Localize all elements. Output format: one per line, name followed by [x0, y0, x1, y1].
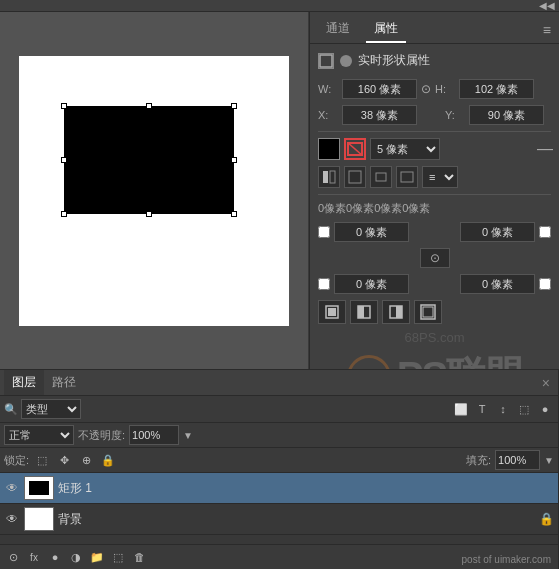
- right-panel: 通道 属性 ≡ 实时形状属性 W: ⊙ H:: [309, 12, 559, 369]
- handle-bm[interactable]: [146, 211, 152, 217]
- handle-mr[interactable]: [231, 157, 237, 163]
- layer-icon-smart[interactable]: ●: [536, 400, 554, 418]
- properties-content: 实时形状属性 W: ⊙ H: X: Y:: [310, 44, 559, 369]
- align-btn-2[interactable]: [344, 166, 366, 188]
- h-input[interactable]: [459, 79, 534, 99]
- corner-input-2[interactable]: [460, 222, 535, 242]
- corner-input-4[interactable]: [460, 274, 535, 294]
- layer-thumb-bg-white: [25, 508, 53, 530]
- align-btn-4[interactable]: [396, 166, 418, 188]
- layer-name-bg: 背景: [58, 511, 535, 528]
- wh-row: W: ⊙ H:: [318, 79, 551, 99]
- x-input[interactable]: [342, 105, 417, 125]
- layer-icon-adjust[interactable]: ↕: [494, 400, 512, 418]
- canvas-black-rect[interactable]: [64, 106, 234, 214]
- delete-layer-btn[interactable]: 🗑: [130, 548, 148, 566]
- layers-options-row: 正常 不透明度: ▼: [0, 423, 558, 448]
- layer-kind-select[interactable]: 类型: [21, 399, 81, 419]
- separator-1: [318, 131, 551, 132]
- align-btn-3[interactable]: [370, 166, 392, 188]
- corner-checkbox-3[interactable]: [318, 278, 330, 290]
- transform-btn-2[interactable]: [350, 300, 378, 324]
- bottom-area: 图层 路径 × 🔍 类型 ⬜ T ↕ ⬚ ● 正常 不透明度: ▼: [0, 369, 559, 569]
- layers-close-btn[interactable]: ×: [538, 373, 554, 393]
- layer-icon-pixel[interactable]: ⬜: [452, 400, 470, 418]
- top-bar: ◀◀: [0, 0, 559, 12]
- align-mode-select[interactable]: ≡: [422, 166, 458, 188]
- align-btn-1[interactable]: [318, 166, 340, 188]
- handle-tr[interactable]: [231, 103, 237, 109]
- x-label: X:: [318, 109, 338, 121]
- fill-color-swatch[interactable]: [318, 138, 340, 160]
- tab-paths[interactable]: 路径: [44, 370, 84, 395]
- svg-rect-15: [423, 307, 433, 317]
- link-layers-btn[interactable]: ⊙: [4, 548, 22, 566]
- stroke-row: 5 像素 —: [318, 138, 551, 160]
- panel-menu-icon[interactable]: ≡: [543, 22, 551, 38]
- y-input[interactable]: [469, 105, 544, 125]
- layer-item-bg[interactable]: 👁 背景 🔒: [0, 504, 558, 535]
- layers-lock-row: 锁定: ⬚ ✥ ⊕ 🔒 填充: ▼: [0, 448, 558, 473]
- layer-eye-shape[interactable]: 👁: [4, 480, 20, 496]
- handle-tl[interactable]: [61, 103, 67, 109]
- fx-btn[interactable]: fx: [25, 548, 43, 566]
- lock-artboard-btn[interactable]: ⊕: [77, 451, 95, 469]
- lock-all-btn[interactable]: 🔒: [99, 451, 117, 469]
- opacity-input[interactable]: [129, 425, 179, 445]
- corner-checkbox-1-wrap: [318, 226, 330, 238]
- corner-input-1[interactable]: [334, 222, 409, 242]
- corner-link-btn[interactable]: ⊙: [420, 248, 450, 268]
- collapse-arrows[interactable]: ◀◀: [539, 0, 555, 11]
- link-wh-icon[interactable]: ⊙: [421, 82, 431, 96]
- fill-input[interactable]: [495, 450, 540, 470]
- tab-properties[interactable]: 属性: [366, 16, 406, 43]
- layer-icon-text[interactable]: T: [473, 400, 491, 418]
- svg-rect-0: [320, 55, 332, 67]
- tab-layers[interactable]: 图层: [4, 370, 44, 395]
- layer-item-shape[interactable]: 👁 矩形 1: [0, 473, 558, 504]
- handle-bl[interactable]: [61, 211, 67, 217]
- layer-icon-shape[interactable]: ⬚: [515, 400, 533, 418]
- corner-radius-label: 0像素0像素0像素0像素: [318, 201, 551, 216]
- svg-rect-11: [358, 306, 364, 318]
- separator-2: [318, 194, 551, 195]
- corner-checkbox-2-wrap: [539, 226, 551, 238]
- svg-rect-4: [330, 171, 335, 183]
- stroke-color-icon[interactable]: [344, 138, 366, 160]
- handle-ml[interactable]: [61, 157, 67, 163]
- handle-br[interactable]: [231, 211, 237, 217]
- fill-arrow[interactable]: ▼: [544, 455, 554, 466]
- lock-pixel-btn[interactable]: ⬚: [33, 451, 51, 469]
- new-fill-adjustment-btn[interactable]: ●: [46, 548, 64, 566]
- corner-input-3[interactable]: [334, 274, 409, 294]
- layer-eye-bg[interactable]: 👁: [4, 511, 20, 527]
- layer-name-shape: 矩形 1: [58, 480, 554, 497]
- svg-rect-5: [349, 171, 361, 183]
- transform-btn-3[interactable]: [382, 300, 410, 324]
- corner-checkbox-2[interactable]: [539, 226, 551, 238]
- corner-checkbox-1[interactable]: [318, 226, 330, 238]
- stroke-size-select[interactable]: 5 像素: [370, 138, 440, 160]
- corner-checkbox-4[interactable]: [539, 278, 551, 290]
- new-layer-btn[interactable]: ⬚: [109, 548, 127, 566]
- svg-rect-9: [328, 308, 336, 316]
- tab-channel[interactable]: 通道: [318, 16, 358, 43]
- watermark-circle-icon: 6: [347, 355, 391, 370]
- layer-thumb-shape: [24, 476, 54, 500]
- transform-btn-1[interactable]: [318, 300, 346, 324]
- watermark-area: 68PS.com 6 PS联盟: [318, 330, 551, 369]
- search-icon: 🔍: [4, 403, 18, 416]
- watermark-icon-row: 6 PS联盟: [347, 349, 522, 369]
- main-area: 通道 属性 ≡ 实时形状属性 W: ⊙ H:: [0, 12, 559, 369]
- transform-btn-4[interactable]: [414, 300, 442, 324]
- lock-position-btn[interactable]: ✥: [55, 451, 73, 469]
- corner-checkbox-3-wrap: [318, 278, 330, 290]
- layer-mode-select[interactable]: 正常: [4, 425, 74, 445]
- opacity-arrow[interactable]: ▼: [183, 430, 193, 441]
- prop-title-text: 实时形状属性: [358, 52, 430, 69]
- svg-rect-3: [323, 171, 328, 183]
- handle-tm[interactable]: [146, 103, 152, 109]
- w-input[interactable]: [342, 79, 417, 99]
- new-group-btn[interactable]: 📁: [88, 548, 106, 566]
- new-mask-btn[interactable]: ◑: [67, 548, 85, 566]
